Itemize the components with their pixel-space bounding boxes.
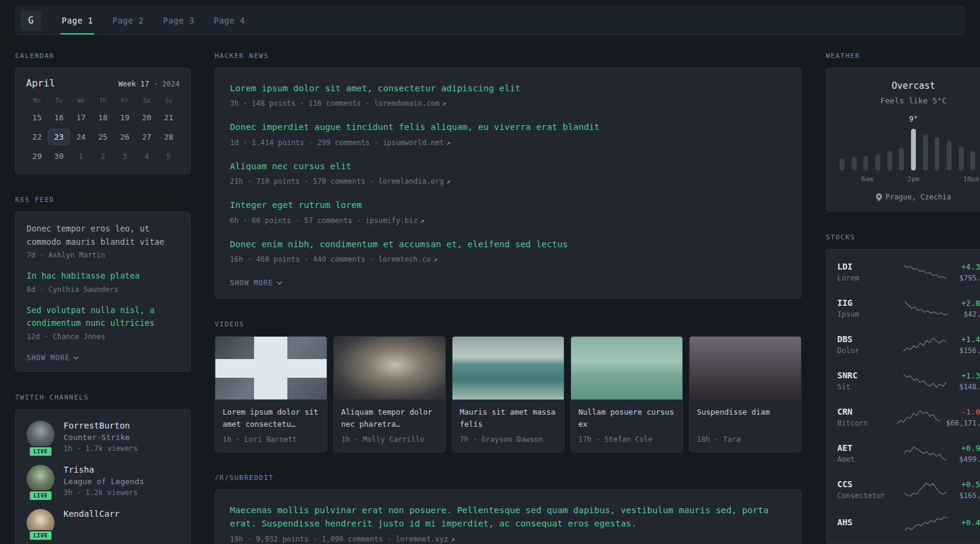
hacker-news-card: Lorem ipsum dolor sit amet, consectetur … (215, 68, 802, 299)
app-logo[interactable]: G (21, 10, 41, 31)
rss-item-meta: 7d · Ashlyn Martin (27, 251, 179, 259)
video-card[interactable]: Aliquam tempor dolor nec pharetra… 1h · … (333, 336, 446, 452)
stock-row[interactable]: SNRC Sit +1.36% $148.64 (837, 363, 980, 399)
stock-row[interactable]: AET Amet +0.92% $499.72 (837, 435, 980, 471)
weather-card: Overcast Feels like 5°C 9° 6am2pm10pm Pr… (826, 68, 980, 212)
twitch-card: LIVE ForrestBurton Counter-Strike 1h · 1… (15, 409, 191, 544)
video-card[interactable]: Lorem ipsum dolor sit amet consectetu… 1… (215, 336, 327, 452)
videos-widget: VIDEOS Lorem ipsum dolor sit amet consec… (215, 320, 802, 452)
calendar-dow: We (70, 97, 92, 106)
avatar-wrap: LIVE (27, 509, 54, 537)
stock-id: DBS Dolor (837, 334, 890, 355)
weather-widget: WEATHER Overcast Feels like 5°C 9° 6am2p… (826, 52, 980, 212)
tab-page-1[interactable]: Page 1 (52, 7, 103, 34)
video-thumbnail (215, 337, 327, 400)
weather-feels-like: Feels like 5°C (838, 96, 980, 105)
widget-title-stocks: STOCKS (826, 233, 980, 241)
calendar-dow: Th (92, 97, 114, 106)
stock-id: LDI Lorem (837, 262, 890, 282)
hn-item-stats: 16h · 468 points · 440 comments · (230, 255, 374, 264)
weather-time-label: 6am (861, 175, 874, 183)
stock-ticker: CCS (837, 479, 890, 489)
left-column: CALENDAR April Week 17 · 2024 Mo Tu We T… (15, 52, 191, 544)
video-card[interactable]: Mauris sit amet massa felis 7h · Grayson… (452, 336, 564, 452)
show-more-label: SHOW MORE (27, 354, 70, 362)
tab-page-3[interactable]: Page 3 (154, 7, 204, 34)
tab-page-2[interactable]: Page 2 (103, 7, 154, 34)
video-info: Lorem ipsum dolor sit amet consectetu… 1… (215, 400, 327, 452)
stock-sparkline (903, 337, 947, 352)
stock-row[interactable]: IIG Ipsum +2.84% $42.04 (837, 290, 980, 326)
channel-name: KendallCarr (64, 509, 120, 519)
calendar-day: 22 (26, 129, 48, 144)
stock-name: Dolor (837, 346, 890, 355)
calendar-day-next-month: 1 (70, 149, 92, 164)
external-link-icon: ↗ (446, 138, 451, 147)
stock-values: -1.00% $66,171.48 (946, 407, 980, 427)
hn-item-source-link[interactable]: loremdomain.com↗ (374, 99, 446, 108)
calendar-day: 26 (114, 129, 136, 144)
channel-info: KendallCarr (64, 509, 120, 537)
calendar-day: 18 (92, 110, 114, 125)
twitch-channel[interactable]: LIVE Trisha League of Legends 3h · 1.2k … (27, 465, 179, 497)
video-info: Nullam posuere cursus ex 17h · Stefan Co… (571, 400, 682, 452)
hn-item-title[interactable]: Aliquam nec cursus elit (230, 160, 786, 173)
hn-show-more-button[interactable]: SHOW MORE (230, 279, 786, 287)
subreddit-item-title[interactable]: Maecenas mollis pulvinar erat non posuer… (230, 504, 786, 531)
rss-item-title[interactable]: In hac habitasse platea (27, 270, 179, 283)
subreddit-item: Maecenas mollis pulvinar erat non posuer… (230, 504, 786, 543)
weather-time-labels: 6am2pm10pm (838, 175, 980, 184)
hn-item-meta: 16h · 468 points · 440 comments ·loremte… (230, 255, 786, 264)
external-link-icon: ↗ (442, 99, 446, 108)
calendar-day-next-month: 4 (136, 149, 157, 164)
subreddit-item-source-link[interactable]: loremnet.xyz↗ (396, 535, 455, 543)
stock-name: Sit (837, 383, 890, 391)
stock-row[interactable]: LDI Lorem +4.35% $795.18 (837, 254, 980, 290)
weather-bar (970, 151, 975, 170)
external-link-icon: ↗ (420, 216, 424, 225)
rss-item-title[interactable]: Donec tempor eros leo, ut commodo mauris… (27, 222, 179, 248)
rss-show-more-button[interactable]: SHOW MORE (27, 354, 179, 362)
hn-item-source-link[interactable]: loremtech.co↗ (378, 255, 437, 264)
tab-page-4[interactable]: Page 4 (204, 7, 255, 34)
video-card[interactable]: Suspendisse diam 18h · Tara (689, 336, 802, 452)
dot-separator: · (154, 80, 158, 88)
hn-item-source-link[interactable]: ipsumify.biz↗ (365, 216, 425, 225)
hacker-news-widget: HACKER NEWS Lorem ipsum dolor sit amet, … (215, 52, 802, 299)
video-card[interactable]: Nullam posuere cursus ex 17h · Stefan Co… (570, 336, 683, 452)
hn-item-source-link[interactable]: ipsumworld.net↗ (383, 138, 451, 147)
stock-row[interactable]: CCS Consectetur +0.51% $165.84 (837, 471, 980, 508)
calendar-day: 16 (48, 110, 70, 125)
video-title: Nullam posuere cursus ex (578, 406, 675, 430)
hn-item-meta: 21h · 710 points · 579 comments ·loremla… (230, 177, 786, 186)
hn-item-source-link[interactable]: loremlandia.org↗ (378, 177, 451, 186)
calendar-day: 19 (114, 110, 136, 125)
stock-change: -1.00% (946, 407, 980, 416)
calendar-day-next-month: 3 (114, 149, 136, 164)
hn-item-title[interactable]: Lorem ipsum dolor sit amet, consectetur … (230, 82, 786, 95)
stock-change: +0.92% (959, 444, 980, 453)
stock-price: $165.84 (959, 491, 980, 500)
hn-item-title[interactable]: Donec enim nibh, condimentum et accumsan… (230, 238, 786, 251)
stock-row[interactable]: CRN Bitcorn -1.00% $66,171.48 (837, 399, 980, 435)
stock-row[interactable]: AHS +0.46% (837, 508, 980, 539)
video-meta: 17h · Stefan Cole (578, 435, 675, 444)
twitch-channel[interactable]: LIVE ForrestBurton Counter-Strike 1h · 1… (27, 421, 179, 453)
twitch-channel[interactable]: LIVE KendallCarr (27, 509, 179, 537)
stock-change: +2.84% (961, 299, 980, 308)
hn-item-title[interactable]: Integer eget rutrum lorem (230, 198, 786, 212)
weather-bar-chart: 9° (838, 115, 980, 170)
avatar-wrap: LIVE (27, 421, 54, 453)
avatar (27, 421, 54, 448)
video-title: Aliquam tempor dolor nec pharetra… (341, 406, 438, 430)
hn-item-title[interactable]: Donec imperdiet augue tincidunt felis al… (230, 120, 786, 134)
video-info: Mauris sit amet massa felis 7h · Grayson… (452, 400, 564, 452)
weather-bar (852, 157, 857, 170)
rss-item-title[interactable]: Sed volutpat nulla nisl, a condimentum n… (27, 304, 179, 330)
stock-change: +0.46% (961, 518, 980, 527)
page-tabs: Page 1 Page 2 Page 3 Page 4 (52, 7, 255, 34)
calendar-day: 29 (26, 149, 48, 164)
stock-row[interactable]: DBS Dolor +1.42% $156.28 (837, 326, 980, 363)
widget-title-rss: RSS FEED (15, 196, 191, 204)
weather-location: Prague, Czechia (838, 193, 980, 201)
